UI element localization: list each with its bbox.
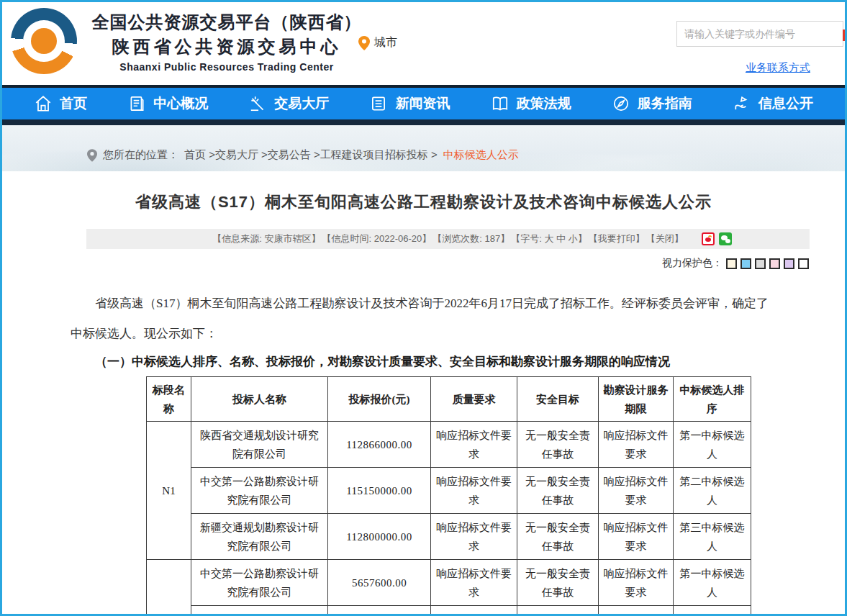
brand-titles: 全国公共资源交易平台（陕西省） 陕西省公共资源交易中心 Shaanxi Publ… xyxy=(83,11,371,73)
nav-label: 服务指南 xyxy=(638,94,692,113)
news-icon xyxy=(369,94,388,113)
cell-service: 响应招标文件要求 xyxy=(599,606,674,616)
meta-print-button[interactable]: 【我要打印】 xyxy=(589,232,645,245)
cell-bidder: 四川省公路规划勘察设计研究院有限公司 xyxy=(191,606,328,616)
cell-rank: 第二中标候选人 xyxy=(674,606,751,616)
nav-label: 交易大厅 xyxy=(274,94,329,113)
center-title-en: Shaanxi Public Resources Trading Center xyxy=(83,61,371,73)
compass-icon xyxy=(612,94,630,113)
main-nav: 首页 中心概况 交易大厅 新闻资讯 政策法规 服务指南 信息公开 xyxy=(2,88,845,119)
cell-bidder: 陕西省交通规划设计研究院有限公司 xyxy=(191,422,328,468)
cell-safety: 无一般安全责任事故 xyxy=(517,560,599,606)
header-segment: 标段名称 xyxy=(147,377,191,422)
breadcrumb-current[interactable]: 中标候选人公示 xyxy=(443,148,519,162)
nav-item-service-guide[interactable]: 服务指南 xyxy=(612,94,692,113)
breadcrumb-banner: 您所在的位置： 首页 >交易大厅 >交易公告 >工程建设项目招标投标 > 中标候… xyxy=(2,125,845,171)
table-row: 新疆交通规划勘察设计研究院有限公司112800000.00响应招标文件要求无一般… xyxy=(147,514,751,560)
weibo-share-icon[interactable] xyxy=(702,232,715,245)
cell-rank: 第三中标候选人 xyxy=(674,514,751,560)
cell-service: 响应招标文件要求 xyxy=(599,468,674,514)
search-box xyxy=(676,21,843,47)
table-row: 中交第一公路勘察设计研究院有限公司115150000.00响应招标文件要求无一般… xyxy=(147,468,751,514)
cell-price: 112866000.00 xyxy=(328,422,431,468)
nav-item-news[interactable]: 新闻资讯 xyxy=(369,94,450,113)
platform-title: 全国公共资源交易平台（陕西省） xyxy=(83,11,371,34)
cell-bidder: 新疆交通规划勘察设计研究院有限公司 xyxy=(191,514,328,560)
city-label: 城市 xyxy=(374,35,397,50)
wechat-share-icon[interactable] xyxy=(719,232,732,245)
header-safety: 安全目标 xyxy=(517,377,599,422)
table-header: 标段名称 投标人名称 投标报价(元) 质量要求 安全目标 勘察设计服务期限 中标… xyxy=(147,377,751,422)
cell-service: 响应招标文件要求 xyxy=(599,560,674,606)
nav-label: 新闻资讯 xyxy=(395,94,450,113)
cell-quality: 响应招标文件要求 xyxy=(431,468,517,514)
cell-price: 112800000.00 xyxy=(328,514,431,560)
business-contact-link[interactable]: 业务联系方式 xyxy=(746,61,810,75)
article-content: 省级高速（S17）桐木至旬阳高速公路工程勘察设计及技术咨询于2022年6月17日… xyxy=(2,289,845,616)
site-header: 全国公共资源交易平台（陕西省） 陕西省公共资源交易中心 Shaanxi Publ… xyxy=(2,2,845,85)
nav-item-overview[interactable]: 中心概况 xyxy=(127,94,208,113)
header-quality: 质量要求 xyxy=(431,377,517,422)
meta-close-button[interactable]: 【关闭】 xyxy=(646,232,684,245)
book-icon xyxy=(491,94,509,113)
meta-font-size[interactable]: 【字号: 大 中 小】 xyxy=(511,232,586,245)
table-row: N2中交第一公路勘察设计研究院有限公司5657600.00响应招标文件要求无一般… xyxy=(147,560,751,606)
nav-label: 信息公开 xyxy=(758,94,813,113)
breadcrumb-prefix: 您所在的位置： xyxy=(103,148,178,162)
cell-quality: 响应招标文件要求 xyxy=(431,606,517,616)
share-icons xyxy=(702,232,732,245)
header-bidder: 投标人名称 xyxy=(191,377,328,422)
cell-service: 响应招标文件要求 xyxy=(599,422,674,468)
nav-item-home[interactable]: 首页 xyxy=(34,94,87,113)
cell-quality: 响应招标文件要求 xyxy=(431,514,517,560)
cell-bidder: 中交第一公路勘察设计研究院有限公司 xyxy=(191,560,328,606)
cell-rank: 第一中标候选人 xyxy=(674,422,751,468)
nav-label: 中心概况 xyxy=(153,94,208,113)
logo-center-dot xyxy=(31,28,57,54)
nav-label: 首页 xyxy=(60,94,87,113)
color-swatch[interactable] xyxy=(755,258,766,269)
share-hand-icon xyxy=(733,94,751,113)
color-swatch[interactable] xyxy=(784,258,794,269)
cell-segment-label: N1 xyxy=(147,422,191,560)
city-selector[interactable]: 城市 xyxy=(358,35,397,50)
announcement-paragraph: 省级高速（S17）桐木至旬阳高速公路工程勘察设计及技术咨询于2022年6月17日… xyxy=(71,289,779,349)
breadcrumb-path[interactable]: 首页 >交易大厅 >交易公告 >工程建设项目招标投标 > xyxy=(184,148,438,162)
color-swatch[interactable] xyxy=(798,258,809,269)
center-title: 陕西省公共资源交易中心 xyxy=(83,35,371,58)
color-swatch[interactable] xyxy=(740,258,751,269)
meta-source: 【信息来源: 安康市辖区】 xyxy=(212,232,320,245)
table-body: N1陕西省交通规划设计研究院有限公司112866000.00响应招标文件要求无一… xyxy=(147,422,751,616)
color-swatch[interactable] xyxy=(726,258,737,269)
cell-quality: 响应招标文件要求 xyxy=(431,422,517,468)
eye-protection-label: 视力保护色： xyxy=(662,257,723,270)
home-icon xyxy=(34,94,53,113)
search-input[interactable] xyxy=(677,28,843,40)
cell-rank: 第一中标候选人 xyxy=(674,560,751,606)
nav-item-policies[interactable]: 政策法规 xyxy=(491,94,571,113)
logo-inner-ring xyxy=(23,20,65,62)
eye-protection-row: 视力保护色： xyxy=(2,257,809,270)
cell-price: 5900025.00 xyxy=(328,606,431,616)
cell-safety: 无一般安全责任事故 xyxy=(517,468,599,514)
meta-date: 【信息时间: 2022-06-20】 xyxy=(322,232,432,245)
table-header-row: 标段名称 投标人名称 投标报价(元) 质量要求 安全目标 勘察设计服务期限 中标… xyxy=(147,377,751,422)
cell-safety: 无一般安全责任事故 xyxy=(517,606,599,616)
header-service-term: 勘察设计服务期限 xyxy=(599,377,674,422)
nav-label: 政策法规 xyxy=(517,94,571,113)
meta-views: 【浏览次数: 187】 xyxy=(432,232,509,245)
table-row: N1陕西省交通规划设计研究院有限公司112866000.00响应招标文件要求无一… xyxy=(147,422,751,468)
nav-item-info-disclosure[interactable]: 信息公开 xyxy=(733,94,813,113)
section-heading: （一）中标候选人排序、名称、投标报价，对勘察设计质量要求、安全目标和勘察设计服务… xyxy=(71,353,779,370)
cell-service: 响应招标文件要求 xyxy=(599,514,674,560)
location-pin-icon xyxy=(358,36,370,50)
breadcrumb: 您所在的位置： 首页 >交易大厅 >交易公告 >工程建设项目招标投标 > 中标候… xyxy=(87,148,519,162)
search-button[interactable] xyxy=(843,30,847,41)
nav-item-trading-hall[interactable]: 交易大厅 xyxy=(248,94,329,113)
cell-quality: 响应招标文件要求 xyxy=(431,560,517,606)
page: { "colors": { "nav_blue": "#1488e9", "lo… xyxy=(0,0,847,616)
color-swatch[interactable] xyxy=(769,258,780,269)
cell-rank: 第二中标候选人 xyxy=(674,468,751,514)
page-title: 省级高速（S17）桐木至旬阳高速公路工程勘察设计及技术咨询中标候选人公示 xyxy=(2,191,845,213)
site-logo xyxy=(11,8,77,74)
